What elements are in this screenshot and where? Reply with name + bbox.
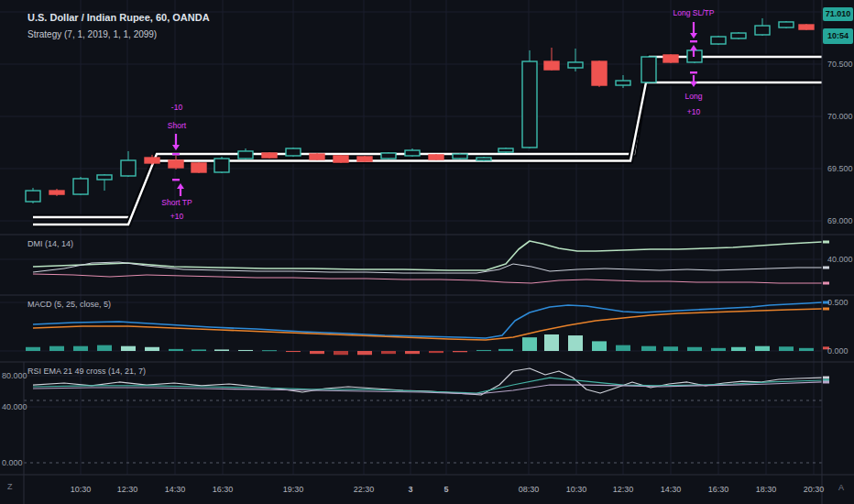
rsi-label[interactable]: RSI EMA 21 49 cross (14, 21, 7) — [27, 367, 146, 376]
timezone-corner-label: Z — [7, 482, 13, 491]
axis-settings-corner-label: A — [838, 483, 844, 492]
price-scale[interactable] — [822, 0, 854, 475]
dmi-label[interactable]: DMI (14, 14) — [27, 239, 73, 248]
bar-countdown-badge: 10:54 — [823, 28, 853, 44]
time-scale[interactable] — [0, 475, 854, 504]
trading-chart-window: -10ShortShort TP+10Long SL/TPLong+1070.5… — [0, 0, 854, 504]
last-price-badge: 71.010 — [823, 7, 853, 21]
chart-legend: U.S. Dollar / Indian Rupee, 60, OANDA St… — [27, 11, 210, 41]
dmi-pane[interactable] — [0, 235, 822, 295]
strategy-title[interactable]: Strategy (7, 1, 2019, 1, 1, 2099) — [27, 27, 210, 41]
macd-label[interactable]: MACD (5, 25, close, 5) — [27, 300, 111, 309]
rsi-pane[interactable] — [24, 362, 822, 475]
symbol-title[interactable]: U.S. Dollar / Indian Rupee, 60, OANDA — [27, 11, 210, 25]
macd-pane[interactable] — [0, 295, 822, 362]
axis-tick-label: 0.000 — [2, 458, 23, 467]
